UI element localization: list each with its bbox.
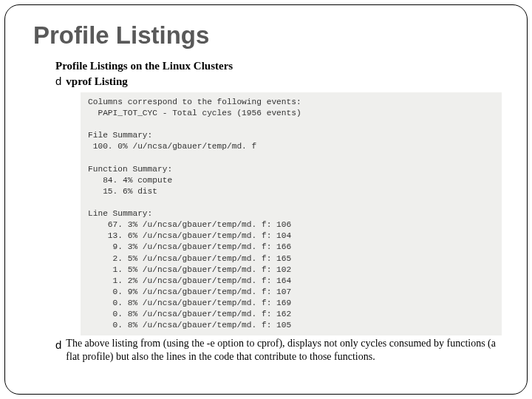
code-line: PAPI_TOT_CYC - Total cycles (1956 events… [88,109,301,117]
page-title: Profile Listings [33,21,505,50]
code-line: 9. 3% /u/ncsa/gbauer/temp/md. f: 166 [88,242,291,251]
code-line: Line Summary: [88,209,152,218]
code-line: 2. 5% /u/ncsa/gbauer/temp/md. f: 165 [88,254,291,263]
bullet-icon: d [55,338,61,352]
code-line: 0. 9% /u/ncsa/gbauer/temp/md. f: 107 [88,287,291,296]
code-line: 15. 6% dist [88,187,157,196]
slide-frame: Profile Listings Profile Listings on the… [4,4,528,395]
bullet-text: vprof Listing [66,75,128,88]
code-line: 84. 4% compute [88,176,172,185]
code-line: 1. 2% /u/ncsa/gbauer/temp/md. f: 164 [88,276,291,285]
code-line: Columns correspond to the following even… [88,98,301,106]
code-line: 13. 6% /u/ncsa/gbauer/temp/md. f: 104 [88,231,291,240]
code-line: 0. 8% /u/ncsa/gbauer/temp/md. f: 105 [88,321,291,330]
code-line: File Summary: [88,131,152,140]
subtitle: Profile Listings on the Linux Clusters [55,60,505,72]
code-line: Function Summary: [88,165,172,174]
code-line: 67. 3% /u/ncsa/gbauer/temp/md. f: 106 [88,220,291,229]
code-line: 100. 0% /u/ncsa/gbauer/temp/md. f [88,142,256,151]
bullet-item-vprof: d vprof Listing [55,75,505,88]
code-line: 0. 8% /u/ncsa/gbauer/temp/md. f: 169 [88,299,291,307]
footnote-text: The above listing from (using the -e opt… [66,337,505,363]
code-listing: Columns correspond to the following even… [81,92,502,335]
bullet-icon: d [55,75,61,87]
footnote: d The above listing from (using the -e o… [55,337,505,363]
code-line: 1. 5% /u/ncsa/gbauer/temp/md. f: 102 [88,265,291,274]
code-line: 0. 8% /u/ncsa/gbauer/temp/md. f: 162 [88,310,291,318]
